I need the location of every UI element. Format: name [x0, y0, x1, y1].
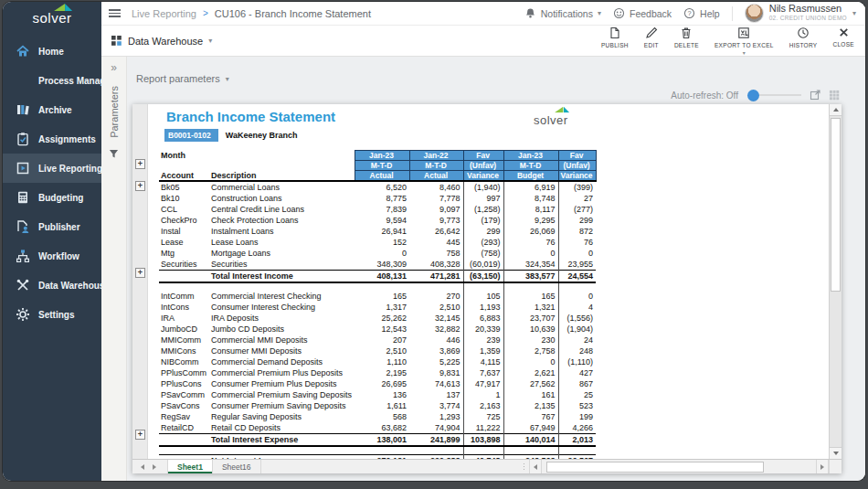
table-header-row: MonthJan-23Jan-22FavJan-23Fav	[159, 151, 596, 161]
next-sheet-icon[interactable]	[153, 464, 156, 470]
table-row: IRAIRA Deposits25,26232,1456,88323,707(1…	[159, 313, 596, 324]
auto-refresh-slider[interactable]	[748, 94, 801, 96]
table-row: InstalInstalment Loans26,94126,64229926,…	[159, 226, 596, 237]
settings-icon	[15, 307, 30, 323]
action-label: CLOSE	[832, 41, 854, 48]
chevron-down-icon: ▾	[598, 9, 601, 17]
feedback-label: Feedback	[630, 8, 672, 19]
sidebar: solver HomeProcess ManagerArchiveAssignm…	[3, 2, 101, 481]
sidebar-item-data-warehouse[interactable]: Data Warehouse	[3, 271, 101, 300]
expand-group-button[interactable]	[135, 268, 145, 278]
action-label: DELETE	[674, 42, 699, 48]
history-button[interactable]: HISTORY	[789, 27, 818, 56]
scroll-left-button[interactable]	[529, 460, 542, 473]
sidebar-item-label: Data Warehouse	[38, 281, 110, 291]
sidebar-item-home[interactable]: Home	[3, 37, 101, 66]
action-label: EXPORT TO EXCEL	[715, 42, 774, 48]
vertical-scroll-thumb[interactable]	[831, 118, 841, 292]
user-menu[interactable]: Nils Rasmussen 02. Credit Union Demo ▾	[745, 4, 856, 23]
table-row: IntCommCommercial Interest Checking16527…	[159, 291, 596, 302]
table-row: CCLCentral Credit Line Loans7,8399,097(1…	[159, 204, 596, 215]
vertical-scrollbar[interactable]	[829, 104, 842, 459]
delete-button[interactable]: DELETE	[674, 27, 699, 56]
outline-gutter	[132, 104, 148, 459]
auto-refresh-label: Auto-refresh: Off	[671, 90, 738, 101]
close-button[interactable]: CLOSE	[832, 27, 854, 56]
expand-group-button[interactable]	[135, 181, 145, 191]
workflow-icon	[15, 249, 30, 264]
edit-button[interactable]: EDIT	[644, 27, 659, 56]
report-toolbar: Data Warehouse ▾ PUBLISHEDITDELETEEXPORT…	[101, 26, 865, 57]
history-icon	[797, 27, 810, 40]
sidebar-item-live-reporting[interactable]: Live Reporting	[3, 154, 101, 183]
warehouse-icon	[111, 35, 122, 47]
sidebar-item-budgeting[interactable]: Budgeting	[3, 183, 101, 212]
sidebar-item-label: Settings	[38, 310, 74, 320]
table-row: PSavCommCommercial Premium Saving Deposi…	[159, 389, 596, 400]
solver-triangle-icon	[554, 107, 569, 113]
edit-icon	[645, 27, 658, 40]
horizontal-scrollbar[interactable]	[524, 460, 830, 473]
action-label: PUBLISH	[601, 42, 629, 48]
help-button[interactable]: ? Help	[683, 7, 720, 19]
table-total-row: Total Interest Income408,131471,281(63,1…	[159, 271, 596, 283]
slider-knob[interactable]	[747, 90, 759, 101]
app-window: solver HomeProcess ManagerArchiveAssignm…	[3, 2, 865, 481]
parameters-panel-collapsed[interactable]: » Parameters	[101, 57, 127, 481]
table-row: MtgMortgage Loans0758(758)00	[159, 248, 596, 259]
report-parameters-dropdown[interactable]: Report parameters ▾	[136, 73, 229, 84]
sidebar-item-label: Budgeting	[38, 193, 83, 203]
notifications-button[interactable]: Notifications ▾	[524, 7, 601, 19]
table-row: Bk10Construction Loans8,7757,7789978,748…	[159, 193, 596, 204]
scroll-down-button[interactable]	[830, 447, 842, 459]
expand-group-button[interactable]	[135, 430, 145, 440]
grid-view-icon[interactable]	[829, 90, 840, 101]
table-row: IntConsConsumer Interest Checking1,3172,…	[159, 302, 596, 313]
hamburger-menu-icon[interactable]	[109, 9, 121, 17]
previous-sheet-icon[interactable]	[141, 464, 144, 470]
table-total-row: Total Interest Expense138,001241,899103,…	[159, 434, 596, 447]
sidebar-item-process-manager[interactable]: Process Manager	[3, 66, 101, 95]
spacer-row	[159, 446, 596, 454]
sidebar-item-publisher[interactable]: Publisher	[3, 212, 101, 241]
smiley-icon	[613, 7, 625, 19]
sidebar-nav: HomeProcess ManagerArchiveAssignmentsLiv…	[3, 31, 101, 329]
sheet-tab-sheet16[interactable]: Sheet16	[213, 460, 261, 473]
scrollbar-resize-handle[interactable]	[524, 463, 525, 471]
report-logo-text: solver	[534, 113, 568, 127]
feedback-button[interactable]: Feedback	[613, 7, 672, 19]
sheet-tabs: Sheet1Sheet16	[167, 460, 261, 473]
solver-triangle-icon	[54, 4, 72, 11]
data-source-dropdown[interactable]: Data Warehouse ▾	[111, 35, 212, 47]
breadcrumb-section[interactable]: Live Reporting	[132, 8, 196, 19]
scrollbar-corner	[829, 460, 842, 473]
delete-icon	[680, 27, 693, 40]
table-row: RegSavRegular Saving Deposits5681,293725…	[159, 411, 596, 422]
horizontal-scroll-thumb[interactable]	[546, 462, 764, 473]
main-area: Live Reporting > CU106 - Branch Income S…	[101, 2, 865, 481]
chevron-down-icon: ▾	[852, 9, 856, 17]
sidebar-item-archive[interactable]: Archive	[3, 95, 101, 124]
assignments-icon	[15, 132, 30, 147]
sidebar-item-assignments[interactable]: Assignments	[3, 124, 101, 154]
table-row: PPlusConsConsumer Premium Plus Deposits2…	[159, 378, 596, 389]
expand-group-button[interactable]	[135, 159, 145, 169]
chevron-down-icon: ▾	[208, 37, 212, 45]
expand-panel-icon[interactable]: »	[111, 62, 117, 73]
open-external-icon[interactable]	[810, 90, 820, 101]
sidebar-item-label: Home	[38, 47, 64, 57]
scroll-up-button[interactable]	[830, 104, 842, 116]
sidebar-item-settings[interactable]: Settings	[3, 300, 101, 329]
publish-button[interactable]: PUBLISH	[601, 27, 629, 56]
chevron-down-icon: ▾	[743, 49, 746, 56]
sidebar-item-workflow[interactable]: Workflow	[3, 241, 101, 271]
data-warehouse-icon	[15, 278, 30, 293]
table-row: PSavConsConsumer Premium Saving Deposits…	[159, 400, 596, 411]
export-to-excel-button[interactable]: EXPORT TO EXCEL▾	[715, 27, 774, 56]
scroll-right-button[interactable]	[816, 460, 829, 473]
sheet-tab-sheet1[interactable]: Sheet1	[167, 460, 213, 473]
topbar-divider	[732, 6, 733, 21]
parameters-panel-label: Parameters	[109, 86, 120, 138]
table-row: CheckProCheck Protection Loans9,5949,773…	[159, 215, 596, 226]
table-row: NIBCommCommercial Demand Deposits1,1105,…	[159, 356, 596, 367]
